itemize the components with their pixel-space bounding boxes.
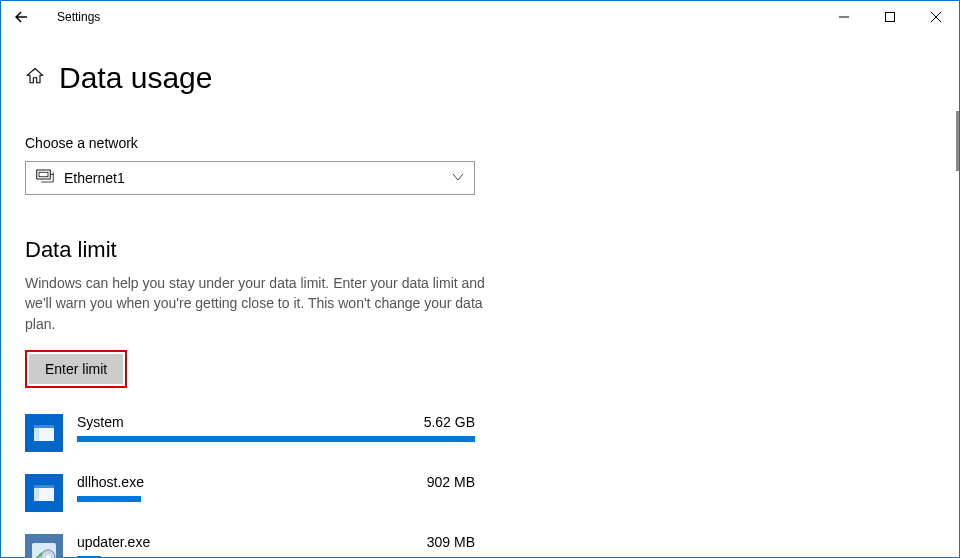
app-size: 902 MB xyxy=(427,474,475,490)
close-button[interactable] xyxy=(913,1,959,33)
maximize-icon xyxy=(885,12,895,22)
usage-bar-fill xyxy=(77,496,141,502)
usage-bar-fill xyxy=(77,436,475,442)
app-icon xyxy=(25,474,63,512)
enter-limit-highlight: Enter limit xyxy=(25,350,127,388)
app-row: updater.exe 309 MB xyxy=(25,534,475,558)
app-main: dllhost.exe 902 MB xyxy=(77,474,475,502)
app-size: 309 MB xyxy=(427,534,475,550)
back-button[interactable] xyxy=(5,1,37,33)
svg-rect-9 xyxy=(34,485,54,488)
network-dropdown[interactable]: Ethernet1 xyxy=(25,161,475,195)
minimize-icon xyxy=(839,12,849,22)
close-icon xyxy=(931,12,941,22)
window-title: Settings xyxy=(57,10,100,24)
content-area: Data usage Choose a network Ethernet1 Da… xyxy=(1,33,959,558)
app-row: System 5.62 GB xyxy=(25,414,475,452)
minimize-button[interactable] xyxy=(821,1,867,33)
page-header: Data usage xyxy=(25,61,935,95)
app-top: updater.exe 309 MB xyxy=(77,534,475,550)
titlebar: Settings xyxy=(1,1,959,33)
svg-rect-0 xyxy=(839,17,849,18)
app-top: System 5.62 GB xyxy=(77,414,475,430)
back-arrow-icon xyxy=(12,8,30,26)
app-top: dllhost.exe 902 MB xyxy=(77,474,475,490)
window-controls xyxy=(821,1,959,33)
app-icon xyxy=(25,414,63,452)
network-selected: Ethernet1 xyxy=(64,170,125,186)
network-label: Choose a network xyxy=(25,135,935,151)
svg-rect-6 xyxy=(34,425,54,428)
titlebar-left: Settings xyxy=(5,1,100,33)
network-dropdown-left: Ethernet1 xyxy=(36,169,125,187)
chevron-down-icon xyxy=(452,169,464,187)
maximize-button[interactable] xyxy=(867,1,913,33)
ethernet-icon xyxy=(36,169,54,187)
scrollbar-thumb[interactable] xyxy=(956,111,959,171)
app-main: System 5.62 GB xyxy=(77,414,475,442)
app-row: dllhost.exe 902 MB xyxy=(25,474,475,512)
usage-bar xyxy=(77,436,475,442)
app-size: 5.62 GB xyxy=(424,414,475,430)
svg-rect-1 xyxy=(886,13,895,22)
usage-bar xyxy=(77,496,475,502)
data-limit-heading: Data limit xyxy=(25,237,935,263)
app-usage-list: System 5.62 GB dllhost.exe 902 MB xyxy=(25,414,475,558)
home-icon[interactable] xyxy=(25,66,45,90)
settings-window: Settings Data usage Choose a network xyxy=(0,0,960,558)
app-main: updater.exe 309 MB xyxy=(77,534,475,558)
page-title: Data usage xyxy=(59,61,212,95)
svg-rect-3 xyxy=(39,172,48,177)
app-name: System xyxy=(77,414,124,430)
data-limit-description: Windows can help you stay under your dat… xyxy=(25,273,485,334)
enter-limit-button[interactable]: Enter limit xyxy=(29,354,123,384)
app-name: updater.exe xyxy=(77,534,150,550)
app-name: dllhost.exe xyxy=(77,474,144,490)
app-disc-icon xyxy=(25,534,63,558)
